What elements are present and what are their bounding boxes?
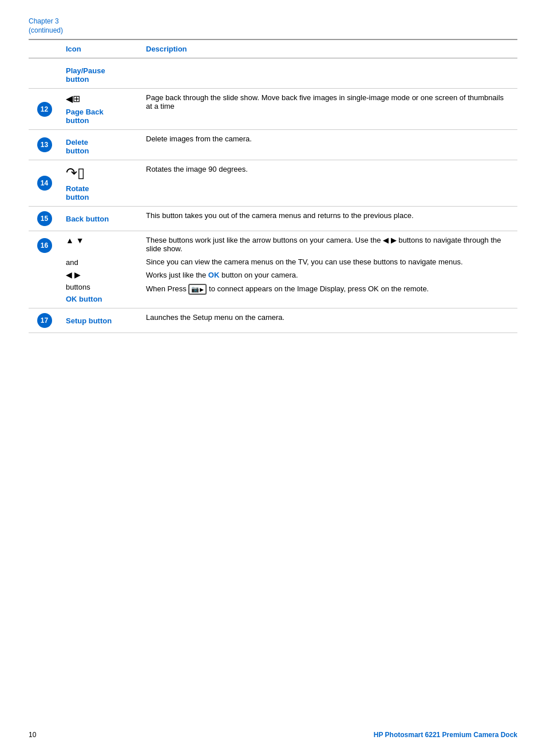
table-row: 17 Setup button Launches the Setup menu … [29, 308, 517, 333]
badge-15: 15 [37, 211, 52, 226]
camera-connect-icon: 📷 [188, 284, 207, 295]
page-back-icon: ◀⊞ [66, 93, 134, 104]
table-row: 13 Deletebutton Delete images from the c… [29, 130, 517, 160]
left-right-arrows-icon: ◀ ▶ [66, 270, 134, 279]
arrows-desc-1: These buttons work just like the arrow b… [146, 236, 512, 253]
page-footer: 10 HP Photosmart 6221 Premium Camera Doc… [29, 731, 517, 739]
arrows-desc-4: When Press 📷 to connect appears on the I… [146, 284, 512, 295]
col-desc-header: Description [140, 39, 517, 58]
play-pause-label: Play/Pausebutton [66, 66, 134, 84]
up-down-arrows-icon: ▲ ▼ [66, 236, 134, 245]
chapter-title: Chapter 3 [29, 17, 517, 25]
setup-desc: Launches the Setup menu on the camera. [146, 313, 284, 322]
delete-label: Deletebutton [66, 138, 134, 155]
badge-16: 16 [37, 238, 52, 253]
table-row: 14 ↷▯ Rotatebutton Rotates the image 90 … [29, 160, 517, 207]
back-desc: This button takes you out of the camera … [146, 211, 414, 220]
rotate-icon: ↷▯ [66, 165, 134, 181]
ok-label: OK button [66, 295, 134, 303]
rotate-desc: Rotates the image 90 degrees. [146, 165, 248, 173]
delete-desc: Delete images from the camera. [146, 134, 252, 143]
reference-table: Icon Description Play/Pausebutton 12 ◀⊞ [29, 39, 517, 333]
setup-label: Setup button [66, 316, 134, 325]
badge-13: 13 [37, 137, 52, 152]
and-label: and [66, 258, 134, 267]
page-back-desc: Page back through the slide show. Move b… [146, 93, 504, 110]
continued-label: (continued) [29, 26, 517, 34]
footer-page-number: 10 [29, 731, 36, 739]
page-back-label: Page Backbutton [66, 108, 134, 125]
badge-17: 17 [37, 313, 52, 328]
badge-12: 12 [37, 102, 52, 117]
buttons-label: buttons [66, 283, 134, 291]
arrows-desc-3: Works just like the OK button on your ca… [146, 271, 512, 279]
table-row: 16 ▲ ▼ and ◀ ▶ buttons OK button These b… [29, 231, 517, 308]
table-row: 12 ◀⊞ Page Backbutton Page back through … [29, 89, 517, 130]
col-icon-header: Icon [60, 39, 140, 58]
col-num-header [29, 39, 60, 58]
arrows-desc-2: Since you can view the camera menus on t… [146, 258, 512, 266]
rotate-label: Rotatebutton [66, 184, 134, 201]
table-row: Play/Pausebutton [29, 58, 517, 89]
footer-product-name: HP Photosmart 6221 Premium Camera Dock [374, 731, 517, 739]
badge-14: 14 [37, 176, 52, 191]
table-row: 15 Back button This button takes you out… [29, 207, 517, 231]
back-label: Back button [66, 215, 134, 223]
